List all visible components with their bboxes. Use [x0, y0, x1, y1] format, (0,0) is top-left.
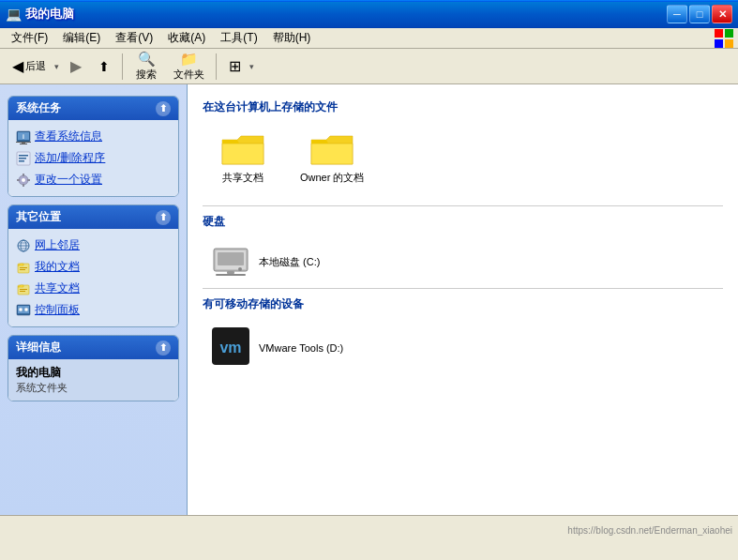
local-c-item[interactable]: 本地磁盘 (C:): [203, 239, 723, 282]
system-tasks-collapse[interactable]: ⬆: [156, 101, 171, 116]
files-items-row: 共享文档 Owner 的文档: [203, 125, 723, 190]
removable-list: vm VMware Tools (D:): [203, 322, 723, 371]
svg-rect-7: [22, 143, 25, 144]
link-my-docs[interactable]: 我的文档: [12, 256, 174, 278]
system-tasks-title: 系统任务: [16, 100, 61, 116]
details-collapse[interactable]: ⬆: [156, 341, 171, 356]
settings-label: 更改一个设置: [35, 172, 102, 188]
up-icon: ⬆: [98, 59, 110, 74]
owner-docs-item[interactable]: Owner 的文档: [294, 125, 369, 190]
svg-rect-19: [27, 179, 30, 181]
owner-docs-label: Owner 的文档: [300, 171, 364, 185]
folders-button[interactable]: 📁 文件夹: [167, 51, 211, 83]
details-header[interactable]: 详细信息 ⬆: [8, 336, 178, 359]
back-icon: ◀: [12, 57, 23, 75]
svg-point-34: [24, 308, 28, 311]
svg-rect-30: [20, 291, 25, 292]
back-dropdown-arrow[interactable]: ▾: [53, 62, 61, 71]
link-shared-docs[interactable]: 共享文档: [12, 278, 174, 299]
add-remove-label: 添加/删除程序: [35, 150, 105, 166]
window-controls: ─ □ ✕: [667, 5, 732, 23]
add-remove-icon: [16, 151, 31, 166]
svg-rect-18: [17, 179, 20, 181]
maximize-button[interactable]: □: [689, 5, 710, 23]
details-section: 详细信息 ⬆ 我的电脑 系统文件夹: [8, 335, 179, 401]
shared-docs-folder-icon: [220, 130, 265, 168]
menu-file[interactable]: 文件(F): [4, 28, 55, 48]
main-layout: 系统任务 ⬆ i 查看系统信息: [0, 84, 738, 515]
my-docs-label: 我的文档: [35, 259, 80, 275]
view-info-label: 查看系统信息: [35, 129, 102, 144]
svg-point-38: [238, 267, 242, 271]
local-c-label: 本地磁盘 (C:): [259, 255, 320, 269]
forward-icon: ▶: [70, 57, 82, 75]
menu-help[interactable]: 帮助(H): [265, 28, 319, 48]
vmware-tools-label: VMware Tools (D:): [259, 342, 343, 354]
left-panel: 系统任务 ⬆ i 查看系统信息: [0, 84, 188, 515]
system-tasks-body: i 查看系统信息 添加/删除程序: [8, 120, 178, 196]
minimize-button[interactable]: ─: [667, 5, 687, 23]
settings-icon: [16, 173, 31, 188]
titlebar: 💻 我的电脑 ─ □ ✕: [0, 0, 738, 28]
close-button[interactable]: ✕: [712, 5, 732, 23]
menu-tools[interactable]: 工具(T): [213, 28, 264, 48]
back-label: 后退: [25, 59, 46, 73]
shared-docs-icon: [16, 281, 31, 296]
folders-label: 文件夹: [173, 68, 204, 82]
shared-docs-label: 共享文档: [35, 280, 80, 296]
views-dropdown-arrow[interactable]: ▾: [248, 62, 256, 71]
other-places-collapse[interactable]: ⬆: [156, 210, 171, 225]
up-button[interactable]: ⬆: [91, 51, 117, 83]
forward-button[interactable]: ▶: [63, 51, 89, 83]
views-button[interactable]: ⊞: [221, 51, 248, 83]
details-title: 详细信息: [16, 340, 61, 356]
link-network[interactable]: 网上邻居: [12, 235, 174, 256]
svg-rect-8: [20, 144, 27, 144]
svg-rect-1: [725, 29, 733, 38]
back-button[interactable]: ◀ 后退: [6, 51, 53, 83]
removable-section-title: 有可移动存储的设备: [203, 296, 723, 312]
vmware-logo: vm: [212, 327, 249, 365]
menu-favorites[interactable]: 收藏(A): [160, 28, 213, 48]
search-button[interactable]: 🔍 搜索: [128, 51, 165, 83]
menu-edit[interactable]: 编辑(E): [55, 28, 108, 48]
vmware-tools-item[interactable]: vm VMware Tools (D:): [203, 322, 723, 371]
menu-view[interactable]: 查看(V): [108, 28, 160, 48]
window-icon: 💻: [6, 7, 22, 22]
drives-section-title: 硬盘: [203, 214, 723, 230]
svg-rect-26: [20, 267, 27, 268]
svg-rect-27: [20, 269, 25, 270]
folders-icon: 📁: [180, 51, 198, 68]
svg-point-33: [19, 308, 23, 311]
link-settings[interactable]: 更改一个设置: [12, 169, 174, 190]
search-icon: 🔍: [138, 51, 156, 68]
view-info-icon: i: [16, 129, 31, 144]
drives-list: 本地磁盘 (C:): [203, 239, 723, 282]
detail-item-subtitle: 系统文件夹: [16, 381, 171, 395]
svg-rect-12: [19, 158, 26, 159]
statusbar: [0, 515, 738, 536]
svg-rect-11: [19, 155, 28, 157]
svg-rect-37: [218, 252, 244, 265]
link-control-panel[interactable]: 控制面板: [12, 299, 174, 321]
svg-rect-2: [715, 39, 723, 48]
svg-rect-39: [227, 271, 234, 274]
details-body: 我的电脑 系统文件夹: [8, 359, 178, 401]
shared-docs-item[interactable]: 共享文档: [210, 125, 276, 190]
svg-rect-40: [216, 274, 246, 276]
other-places-title: 其它位置: [16, 209, 61, 225]
svg-text:vm: vm: [219, 340, 241, 356]
back-button-group: ◀ 后退 ▾: [6, 51, 61, 83]
other-places-section: 其它位置 ⬆ 网上邻居: [8, 204, 179, 327]
detail-item-title: 我的电脑: [16, 365, 171, 381]
system-tasks-header[interactable]: 系统任务 ⬆: [8, 97, 178, 120]
link-view-system-info[interactable]: i 查看系统信息: [12, 126, 174, 147]
toolbar-separator-1: [122, 53, 123, 80]
svg-point-15: [22, 178, 25, 182]
link-add-remove[interactable]: 添加/删除程序: [12, 147, 174, 169]
network-icon: [16, 238, 31, 253]
views-icon: ⊞: [229, 57, 241, 75]
svg-rect-17: [23, 184, 24, 187]
other-places-header[interactable]: 其它位置 ⬆: [8, 205, 178, 229]
system-tasks-section: 系统任务 ⬆ i 查看系统信息: [8, 96, 179, 197]
